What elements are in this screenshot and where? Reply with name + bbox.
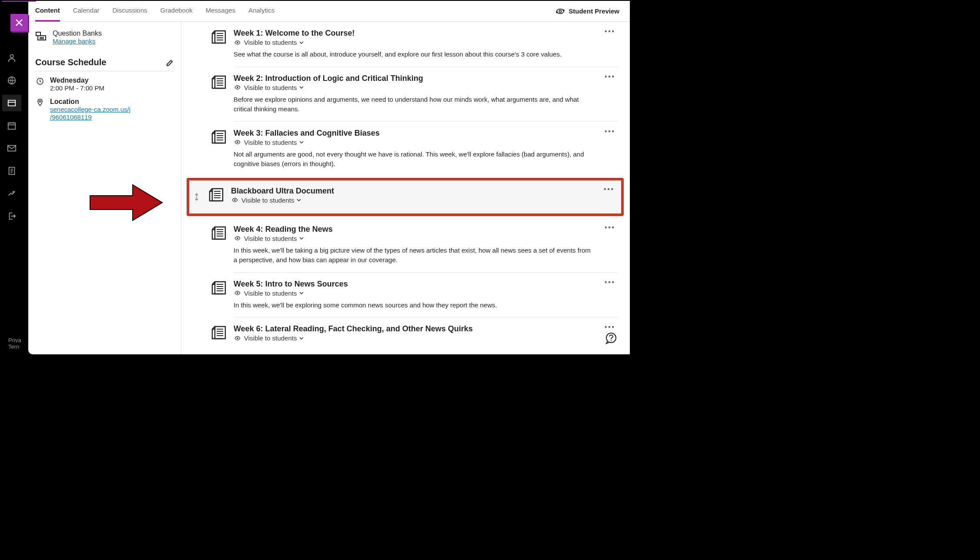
document-icon	[211, 129, 227, 144]
content-item[interactable]: Week 2: Introduction of Logic and Critic…	[211, 67, 618, 121]
preview-refresh-icon	[555, 7, 565, 15]
visibility-selector[interactable]: Visible to students	[234, 139, 595, 146]
edit-schedule-button[interactable]	[166, 59, 174, 67]
tab-gradebook[interactable]: Gradebook	[161, 0, 193, 22]
item-options-button[interactable]	[602, 29, 617, 60]
document-icon	[208, 187, 224, 202]
visibility-selector[interactable]: Visible to students	[234, 235, 595, 242]
course-schedule-heading: Course Schedule	[35, 57, 106, 67]
close-panel-button[interactable]	[10, 14, 28, 31]
svg-rect-23	[36, 32, 40, 36]
visibility-selector[interactable]: Visible to students	[234, 334, 595, 342]
svg-point-22	[559, 10, 562, 12]
svg-point-9	[10, 55, 13, 58]
nav-courses-icon[interactable]	[7, 98, 17, 108]
nav-profile-icon[interactable]	[7, 53, 17, 63]
student-preview-label: Student Preview	[569, 7, 619, 15]
question-banks-label: Question Banks	[53, 30, 102, 37]
item-options-button[interactable]	[602, 129, 617, 169]
content-item-highlighted[interactable]: Blackboard Ultra Document Visible to stu…	[187, 178, 624, 216]
manage-banks-link[interactable]: Manage banks	[53, 37, 95, 45]
document-icon	[211, 324, 227, 340]
student-preview-button[interactable]: Student Preview	[555, 7, 619, 15]
tab-discussions[interactable]: Discussions	[113, 0, 147, 22]
item-options-button[interactable]	[602, 74, 617, 114]
content-item-title[interactable]: Week 2: Introduction of Logic and Critic…	[234, 74, 595, 83]
tab-content[interactable]: Content	[35, 0, 60, 22]
footer-privacy[interactable]: Priva	[8, 337, 21, 343]
nav-calendar-icon[interactable]	[7, 121, 17, 130]
location-label: Location	[50, 98, 130, 106]
visibility-selector[interactable]: Visible to students	[234, 39, 595, 46]
visibility-selector[interactable]: Visible to students	[231, 197, 594, 204]
item-options-button[interactable]	[602, 225, 617, 265]
document-icon	[211, 29, 227, 44]
item-options-button[interactable]	[601, 187, 616, 207]
course-top-nav: ContentCalendarDiscussionsGradebookMessa…	[28, 1, 630, 22]
content-item-description: Not all arguments are good, not every th…	[234, 150, 595, 169]
footer-terms[interactable]: Tern	[8, 343, 21, 350]
visibility-selector[interactable]: Visible to students	[234, 84, 595, 91]
document-icon	[211, 280, 227, 295]
document-icon	[211, 225, 227, 240]
nav-activity-icon[interactable]	[7, 76, 17, 85]
question-bank-icon	[35, 30, 47, 42]
tab-messages[interactable]: Messages	[206, 0, 235, 22]
global-nav-rail: Priva Tern	[2, 1, 21, 354]
content-item[interactable]: Week 5: Intro to News Sources Visible to…	[211, 273, 618, 317]
chevron-down-icon	[299, 237, 304, 240]
item-options-button[interactable]	[602, 280, 617, 310]
chevron-down-icon	[299, 141, 304, 143]
svg-rect-13	[8, 123, 16, 130]
chevron-down-icon	[299, 292, 304, 294]
chevron-down-icon	[299, 41, 304, 44]
schedule-day: Wednesday	[50, 77, 104, 84]
location-pin-icon	[35, 98, 45, 107]
drag-handle-icon[interactable]	[194, 187, 201, 207]
content-item-title[interactable]: Week 3: Fallacies and Cognitive Biases	[234, 129, 595, 138]
content-item-title[interactable]: Week 4: Reading the News	[234, 225, 595, 234]
clock-icon	[35, 77, 45, 85]
tab-calendar[interactable]: Calendar	[73, 0, 100, 22]
content-item-description: See what the course is all about, introd…	[234, 50, 595, 60]
nav-grades-icon[interactable]	[7, 166, 17, 176]
schedule-time: 2:00 PM - 7:00 PM	[50, 84, 104, 92]
content-item-description: In this week, we'll be taking a big pict…	[234, 246, 595, 265]
nav-messages-icon[interactable]	[7, 143, 17, 153]
nav-tools-icon[interactable]	[7, 189, 17, 198]
help-button[interactable]	[605, 332, 618, 345]
content-item[interactable]: Week 1: Welcome to the Course! Visible t…	[211, 22, 618, 67]
svg-point-28	[39, 100, 41, 102]
nav-signout-icon[interactable]	[7, 211, 17, 221]
content-item-title[interactable]: Blackboard Ultra Document	[231, 187, 594, 196]
chevron-down-icon	[299, 337, 304, 340]
tab-analytics[interactable]: Analytics	[248, 0, 274, 22]
document-icon	[211, 74, 227, 90]
content-item-description: Before we explore opinions and arguments…	[234, 95, 595, 114]
svg-rect-11	[8, 100, 16, 106]
content-item[interactable]: Week 4: Reading the News Visible to stud…	[211, 218, 618, 272]
content-item-description: In this week, we'll be exploring some co…	[234, 300, 595, 310]
annotation-arrow	[89, 183, 163, 223]
chevron-down-icon	[299, 86, 304, 89]
content-item-title[interactable]: Week 5: Intro to News Sources	[234, 280, 595, 289]
content-item-title[interactable]: Week 6: Lateral Reading, Fact Checking, …	[234, 324, 595, 333]
content-item[interactable]: Week 6: Lateral Reading, Fact Checking, …	[211, 317, 618, 352]
chevron-down-icon	[297, 199, 301, 201]
visibility-selector[interactable]: Visible to students	[234, 290, 595, 297]
content-item[interactable]: Week 3: Fallacies and Cognitive Biases V…	[211, 122, 618, 176]
svg-point-29	[606, 333, 616, 343]
location-link[interactable]: senecacollege-ca.zoom.us/j/96061068119	[50, 106, 130, 121]
content-item-title[interactable]: Week 1: Welcome to the Course!	[234, 29, 595, 38]
svg-point-30	[611, 340, 612, 341]
